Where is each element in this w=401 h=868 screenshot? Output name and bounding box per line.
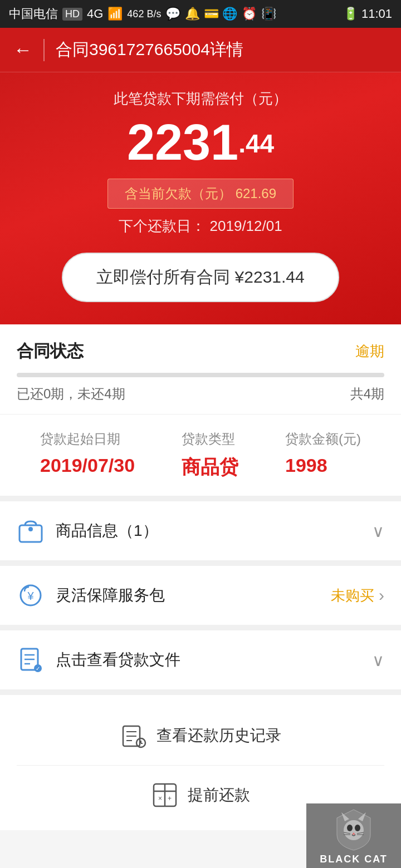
header-divider bbox=[43, 39, 45, 61]
service-left: ¥ 灵活保障服务包 bbox=[17, 581, 165, 609]
service-chevron-icon: › bbox=[379, 586, 384, 605]
goods-label: 商品信息（1） bbox=[56, 520, 158, 541]
loan-col-amount: 贷款金额(元) 1998 bbox=[285, 430, 361, 480]
battery-icon: 🔋 bbox=[343, 7, 358, 21]
loan-row: 贷款起始日期 2019/07/30 贷款类型 商品贷 贷款金额(元) 1998 bbox=[17, 430, 384, 480]
divider4 bbox=[0, 625, 401, 630]
service-label: 灵活保障服务包 bbox=[56, 585, 165, 606]
goods-right: ∨ bbox=[372, 521, 384, 541]
next-date-value: 2019/12/01 bbox=[210, 218, 282, 234]
divider5 bbox=[0, 689, 401, 695]
documents-right: ∨ bbox=[372, 650, 384, 670]
service-status: 未购买 bbox=[331, 586, 374, 605]
status-left: 中国电信 HD 4G 📶 462 B/s 💬 🔔 💳 🌐 ⏰ 📳 bbox=[9, 6, 276, 22]
loan-col-type: 贷款类型 商品贷 bbox=[182, 430, 238, 480]
next-date: 下个还款日： 2019/12/01 bbox=[22, 216, 379, 236]
svg-point-26 bbox=[355, 825, 360, 831]
service-icon: ¥ bbox=[17, 581, 45, 609]
divider3 bbox=[0, 560, 401, 566]
page-header: ← 合同3961727665004详情 bbox=[0, 28, 401, 72]
hero-subtitle: 此笔贷款下期需偿付（元） bbox=[22, 89, 379, 108]
svg-text:¥: ¥ bbox=[27, 590, 34, 602]
cs-info: 已还0期，未还4期 共4期 bbox=[17, 385, 384, 403]
status-right: 🔋 11:01 bbox=[343, 7, 392, 21]
time-label: 11:01 bbox=[361, 7, 392, 21]
back-button[interactable]: ← bbox=[13, 39, 32, 61]
hd-badge: HD bbox=[62, 8, 82, 21]
network-label: 4G bbox=[87, 7, 103, 21]
loan-col-date: 贷款起始日期 2019/07/30 bbox=[40, 430, 135, 480]
prepay-icon: × + bbox=[151, 781, 179, 809]
carrier-label: 中国电信 bbox=[9, 6, 58, 22]
hero-amount: 2231 .44 bbox=[22, 117, 379, 167]
goods-icon bbox=[17, 517, 45, 545]
goods-left: 商品信息（1） bbox=[17, 517, 158, 545]
pay-button[interactable]: 立即偿付所有合同 ¥2231.44 bbox=[62, 253, 339, 302]
progress-bar-wrap bbox=[17, 373, 384, 377]
prepay-label: 提前还款 bbox=[188, 785, 250, 806]
start-date-value: 2019/07/30 bbox=[40, 455, 135, 476]
contract-status-section: 合同状态 逾期 已还0期，未还4期 共4期 bbox=[0, 324, 401, 414]
main-content: 合同状态 逾期 已还0期，未还4期 共4期 贷款起始日期 2019/07/30 … bbox=[0, 324, 401, 830]
overdue-label: 含当前欠款（元） bbox=[125, 186, 232, 201]
svg-text:+: + bbox=[168, 795, 172, 802]
service-section-item[interactable]: ¥ 灵活保障服务包 未购买 › bbox=[0, 566, 401, 625]
more-icons: 📳 bbox=[261, 7, 276, 21]
total-periods: 共4期 bbox=[350, 385, 384, 403]
loan-type-label: 贷款类型 bbox=[182, 430, 238, 448]
history-label: 查看还款历史记录 bbox=[157, 725, 281, 746]
cs-badge: 逾期 bbox=[355, 342, 384, 361]
hero-section: 此笔贷款下期需偿付（元） 2231 .44 含当前欠款（元） 621.69 下个… bbox=[0, 72, 401, 324]
wifi-icon: 📶 bbox=[107, 7, 123, 21]
documents-section-item[interactable]: ✓ 点击查看贷款文件 ∨ bbox=[0, 630, 401, 689]
service-right: 未购买 › bbox=[331, 586, 384, 605]
goods-section-item[interactable]: 商品信息（1） ∨ bbox=[0, 501, 401, 560]
svg-text:✓: ✓ bbox=[36, 665, 40, 672]
amount-main: 2231 bbox=[127, 117, 238, 167]
app-icons: 🔔 💳 🌐 bbox=[185, 7, 237, 21]
history-icon bbox=[120, 722, 148, 749]
svg-point-25 bbox=[347, 825, 353, 831]
overdue-box: 含当前欠款（元） 621.69 bbox=[107, 179, 294, 209]
svg-point-22 bbox=[344, 820, 364, 840]
documents-chevron-icon: ∨ bbox=[372, 650, 384, 670]
cs-header: 合同状态 逾期 bbox=[17, 340, 384, 363]
paid-periods: 已还0期，未还4期 bbox=[17, 385, 125, 403]
loan-details-section: 贷款起始日期 2019/07/30 贷款类型 商品贷 贷款金额(元) 1998 bbox=[0, 415, 401, 496]
loan-type-value: 商品贷 bbox=[182, 455, 238, 480]
loan-amount-label: 贷款金额(元) bbox=[285, 430, 361, 448]
documents-label: 点击查看贷款文件 bbox=[56, 649, 180, 670]
speed-label: 462 B/s bbox=[127, 8, 161, 20]
svg-point-1 bbox=[28, 527, 33, 531]
amount-decimal: .44 bbox=[238, 129, 274, 159]
svg-text:×: × bbox=[158, 795, 162, 802]
history-action[interactable]: 查看还款历史记录 bbox=[0, 706, 401, 765]
msg-icon: 💬 bbox=[165, 7, 180, 21]
overdue-amount: 621.69 bbox=[236, 186, 276, 201]
status-bar: 中国电信 HD 4G 📶 462 B/s 💬 🔔 💳 🌐 ⏰ 📳 🔋 11:01 bbox=[0, 0, 401, 28]
black-cat-text: BLACK CAT bbox=[320, 854, 388, 865]
cs-title: 合同状态 bbox=[17, 340, 84, 363]
loan-amount-value: 1998 bbox=[285, 455, 361, 476]
black-cat-logo-icon bbox=[331, 807, 376, 851]
goods-chevron-icon: ∨ bbox=[372, 521, 384, 541]
documents-left: ✓ 点击查看贷款文件 bbox=[17, 646, 180, 674]
page-title: 合同3961727665004详情 bbox=[56, 38, 243, 61]
divider2 bbox=[0, 496, 401, 501]
next-date-label: 下个还款日： bbox=[119, 218, 206, 234]
start-date-label: 贷款起始日期 bbox=[40, 430, 135, 448]
black-cat-watermark: BLACK CAT bbox=[306, 803, 401, 868]
clock-icon: ⏰ bbox=[242, 7, 257, 21]
documents-icon: ✓ bbox=[17, 646, 45, 674]
